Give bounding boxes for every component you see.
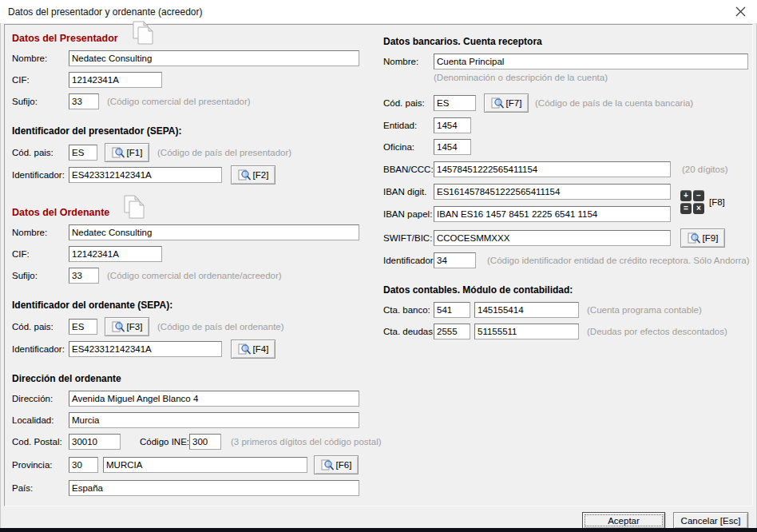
aceptar-button[interactable]: Aceptar <box>582 512 665 529</box>
close-icon[interactable] <box>731 3 749 21</box>
lookup-f1-button[interactable]: [F1] <box>105 143 149 162</box>
cuenta-identificador-hint: (Código identificador entidad de crédito… <box>487 256 750 265</box>
ordenante-cif-input[interactable] <box>69 246 162 262</box>
form-panel: Datos del Presentador Nombre: CIF: <box>4 24 753 506</box>
cta-banco-code-input[interactable] <box>434 302 470 318</box>
entidad-row: Entidad: <box>383 117 749 133</box>
ordenante-sufijo-input[interactable] <box>69 268 99 284</box>
section-identificador-presentador: Identificador del presentador (SEPA): Có… <box>12 124 375 188</box>
lookup-f3-button[interactable]: [F3] <box>105 317 149 336</box>
presenter-nombre-input[interactable] <box>69 50 359 66</box>
cta-deudas-hint: (Deudas por efectos descontados) <box>587 327 727 336</box>
cta-banco-value-input[interactable] <box>474 302 579 318</box>
ordenante-cif-row: CIF: <box>12 246 375 262</box>
bban-label: BBAN/CCC: <box>383 165 434 174</box>
swift-label: SWIFT/BIC: <box>383 233 434 243</box>
lookup-f9-button[interactable]: [F9] <box>680 228 725 248</box>
magnifier-icon <box>491 97 504 109</box>
localidad-row: Localidad: <box>12 412 375 428</box>
presenter-cif-row: CIF: <box>12 72 375 88</box>
title-bar: Datos del presentador y ordenante (acree… <box>0 0 757 23</box>
presenter-codpais-row: Cód. pais: [F1] (Código de país del pres… <box>12 143 375 162</box>
iban-digit-input[interactable] <box>434 184 671 200</box>
lookup-f2-button[interactable]: [F2] <box>231 165 275 185</box>
presenter-cif-input[interactable] <box>69 72 162 88</box>
codpostal-label: Cod. Postal: <box>12 437 69 447</box>
cta-banco-row: Cta. banco: (Cuenta programa contable) <box>383 302 749 318</box>
codigoine-input[interactable] <box>189 434 221 450</box>
ordenante-nombre-input[interactable] <box>69 224 359 240</box>
ordenante-nombre-row: Nombre: <box>12 224 375 240</box>
lookup-f4-button[interactable]: [F4] <box>231 339 275 359</box>
copy-pages-icon[interactable] <box>129 21 156 46</box>
presenter-identificador-input[interactable] <box>69 167 222 183</box>
cuenta-nombre-hint: (Denominación o descripción de la cuenta… <box>434 73 608 82</box>
swift-input[interactable] <box>434 230 671 246</box>
lookup-f6-label: [F6] <box>336 460 352 470</box>
oficina-row: Oficina: <box>383 139 749 155</box>
iban-papel-label: IBAN papel: <box>383 209 434 219</box>
section-title-identificador-ordenante: Identificador del ordenante (SEPA): <box>12 300 172 311</box>
presenter-codpais-input[interactable] <box>69 145 97 161</box>
provincia-name-input[interactable] <box>103 457 307 473</box>
swift-row: SWIFT/BIC: [F9] <box>383 228 749 248</box>
cuenta-nombre-input[interactable] <box>434 54 748 69</box>
magnifier-icon <box>238 343 251 355</box>
lookup-f1-label: [F1] <box>127 148 143 157</box>
copy-pages-icon[interactable] <box>121 195 147 220</box>
lookup-f7-label: [F7] <box>506 98 522 108</box>
magnifier-icon <box>238 169 251 181</box>
ordenante-codpais-input[interactable] <box>69 319 97 335</box>
iban-papel-input[interactable] <box>434 206 671 222</box>
bban-hint: (20 dígitos) <box>682 165 728 174</box>
cuenta-identificador-input[interactable] <box>434 252 476 268</box>
pais-input[interactable] <box>69 480 359 496</box>
codpostal-input[interactable] <box>69 434 121 450</box>
magnifier-icon <box>112 320 125 333</box>
lookup-f6-button[interactable]: [F6] <box>314 455 359 474</box>
lookup-f7-button[interactable]: [F7] <box>484 93 529 113</box>
localidad-input[interactable] <box>69 412 359 428</box>
oficina-input[interactable] <box>434 139 471 155</box>
presenter-sufijo-row: Sufijo: (Código comercial del presentado… <box>12 93 375 109</box>
calc-times-key: × <box>693 203 704 214</box>
presenter-sufijo-input[interactable] <box>69 93 99 109</box>
cuenta-codpais-input[interactable] <box>434 95 476 111</box>
ordenante-codpais-row: Cód. pais: [F3] (Código de país del orde… <box>12 317 375 336</box>
lookup-f4-label: [F4] <box>253 344 269 354</box>
cta-banco-hint: (Cuenta programa contable) <box>587 305 702 315</box>
left-column: Datos del Presentador Nombre: CIF: <box>12 25 375 506</box>
lookup-f9-label: [F9] <box>703 233 719 243</box>
presenter-nombre-label: Nombre: <box>12 54 69 63</box>
cta-deudas-label: Cta. deudas: <box>383 327 434 336</box>
ordenante-codpais-hint: (Código de país del ordenante) <box>157 322 284 332</box>
codigoine-label: Código INE: <box>140 437 189 447</box>
ordenante-identificador-input[interactable] <box>69 341 222 357</box>
cta-deudas-value-input[interactable] <box>474 324 579 339</box>
iban-digit-label: IBAN digit. <box>383 187 434 197</box>
localidad-label: Localidad: <box>12 415 69 425</box>
magnifier-icon <box>112 146 125 159</box>
presenter-codpais-label: Cód. pais: <box>12 148 69 157</box>
direccion-row: Dirección: <box>12 391 375 407</box>
calc-equals-key: = <box>680 203 692 214</box>
section-title-contables: Datos contables. Módulo de contabilidad: <box>383 284 573 296</box>
calculator-icon[interactable]: + − = × <box>680 190 704 214</box>
oficina-label: Oficina: <box>383 142 434 152</box>
entidad-input[interactable] <box>434 117 471 133</box>
cancelar-button[interactable]: Cancelar [Esc] <box>673 512 748 529</box>
direccion-input[interactable] <box>69 391 359 407</box>
section-direccion-ordenante: Dirección del ordenante Dirección: Local… <box>12 371 375 502</box>
section-datos-presentador: Datos del Presentador Nombre: CIF: <box>12 31 375 115</box>
presenter-identificador-label: Identificador: <box>12 170 69 180</box>
ordenante-sufijo-label: Sufijo: <box>12 271 69 280</box>
cta-deudas-code-input[interactable] <box>434 324 470 339</box>
bban-input[interactable] <box>434 161 671 177</box>
section-identificador-ordenante: Identificador del ordenante (SEPA): Cód.… <box>12 298 375 362</box>
pais-row: País: <box>12 480 375 496</box>
provincia-code-input[interactable] <box>69 457 98 473</box>
footer-button-bar: Aceptar Cancelar [Esc] <box>0 512 748 529</box>
section-datos-contables: Datos contables. Módulo de contabilidad:… <box>383 283 749 345</box>
calc-f8-label: [F8] <box>709 197 725 207</box>
cuenta-codpais-row: Cód. pais: [F7] (Código de país de la cu… <box>383 93 749 113</box>
